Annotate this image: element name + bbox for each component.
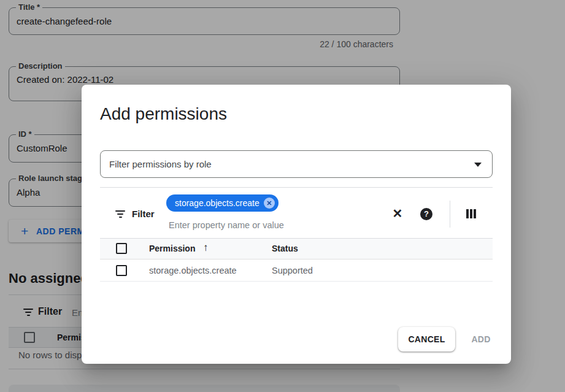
clear-filters-icon[interactable]: ✕ <box>390 206 405 221</box>
status-column-header[interactable]: Status <box>272 244 298 253</box>
dropdown-arrow-icon <box>474 163 482 167</box>
sort-ascending-icon[interactable]: ↑ <box>203 242 209 254</box>
filter-icon <box>115 210 125 220</box>
columns-icon[interactable] <box>466 209 477 221</box>
create-role-page: Title * create-changefeed-role 22 / 100 … <box>0 0 565 392</box>
cancel-button[interactable]: CANCEL <box>398 327 455 352</box>
filter-chip-text: storage.objects.create <box>175 198 259 208</box>
row-checkbox[interactable] <box>116 265 127 276</box>
chip-remove-icon[interactable]: ✕ <box>264 198 275 209</box>
help-icon[interactable]: ? <box>420 208 432 220</box>
add-permissions-dialog: Add permissions Filter permissions by ro… <box>82 85 511 364</box>
vertical-divider <box>450 201 450 228</box>
filter-input[interactable]: Enter property name or value <box>169 220 284 230</box>
dialog-title: Add permissions <box>100 104 227 124</box>
divider <box>100 187 493 188</box>
filter-chip[interactable]: storage.objects.create ✕ <box>166 194 279 212</box>
row-status-cell: Supported <box>272 266 313 275</box>
filter-label: Filter <box>132 209 155 219</box>
dropdown-placeholder: Filter permissions by role <box>109 159 212 169</box>
select-all-checkbox[interactable] <box>116 243 127 254</box>
add-button[interactable]: ADD <box>459 327 502 352</box>
filter-permissions-by-role-dropdown[interactable]: Filter permissions by role <box>100 150 493 178</box>
permission-column-header[interactable]: Permission <box>149 244 195 253</box>
row-permission-cell: storage.objects.create <box>149 266 237 275</box>
